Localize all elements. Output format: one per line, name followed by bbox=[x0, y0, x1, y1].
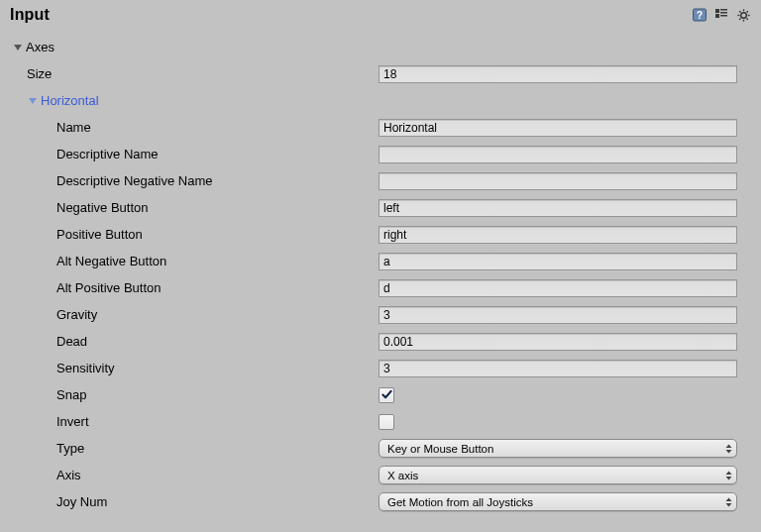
field-row-neg-button: Negative Button bbox=[0, 194, 761, 221]
foldout-icon-axes[interactable] bbox=[12, 42, 24, 53]
svg-rect-2 bbox=[715, 9, 719, 13]
svg-line-12 bbox=[739, 11, 740, 12]
field-row-axis: Axis X axis bbox=[0, 462, 761, 488]
alt-neg-button-input[interactable] bbox=[379, 253, 737, 270]
field-row-desc-neg-name: Descriptive Negative Name bbox=[0, 167, 761, 194]
pos-button-input[interactable] bbox=[379, 226, 737, 244]
axis-entry-title: Horizontal bbox=[41, 93, 99, 108]
neg-button-label: Negative Button bbox=[56, 200, 149, 215]
axes-foldout-row[interactable]: Axes bbox=[0, 34, 761, 60]
desc-name-input[interactable] bbox=[379, 146, 737, 163]
alt-pos-button-input[interactable] bbox=[379, 279, 737, 297]
field-row-desc-name: Descriptive Name bbox=[0, 141, 761, 167]
field-row-pos-button: Positive Button bbox=[0, 221, 761, 248]
type-dropdown-value: Key or Mouse Button bbox=[387, 443, 493, 455]
axis-dropdown[interactable]: X axis bbox=[379, 466, 737, 484]
gravity-label: Gravity bbox=[56, 307, 97, 322]
desc-name-label: Descriptive Name bbox=[56, 147, 159, 161]
field-row-invert: Invert bbox=[0, 408, 761, 435]
panel-header: Input ? bbox=[0, 0, 761, 34]
type-label: Type bbox=[56, 441, 84, 456]
axis-entry-foldout-row[interactable]: Horizontal bbox=[0, 87, 761, 114]
alt-neg-button-label: Alt Negative Button bbox=[56, 254, 166, 268]
field-row-alt-pos-button: Alt Positive Button bbox=[0, 274, 761, 301]
neg-button-input[interactable] bbox=[379, 199, 737, 217]
gear-icon[interactable] bbox=[735, 7, 751, 23]
field-row-type: Type Key or Mouse Button bbox=[0, 435, 761, 462]
field-row-snap: Snap bbox=[0, 381, 761, 408]
size-label: Size bbox=[27, 66, 52, 81]
help-icon[interactable]: ? bbox=[692, 7, 707, 23]
name-input[interactable] bbox=[379, 119, 737, 137]
panel-header-icons: ? bbox=[692, 7, 751, 23]
dead-input[interactable] bbox=[379, 333, 737, 351]
axes-size-row: Size bbox=[0, 60, 761, 87]
svg-line-14 bbox=[746, 11, 747, 12]
chevron-updown-icon bbox=[724, 471, 732, 480]
invert-checkbox[interactable] bbox=[379, 414, 394, 430]
name-label: Name bbox=[56, 120, 91, 135]
field-row-alt-neg-button: Alt Negative Button bbox=[0, 248, 761, 274]
axis-label: Axis bbox=[56, 468, 81, 482]
field-row-name: Name bbox=[0, 114, 761, 141]
chevron-updown-icon bbox=[724, 444, 732, 454]
svg-rect-5 bbox=[720, 12, 727, 14]
svg-point-7 bbox=[740, 12, 746, 18]
inspector-panel: Input ? Axes Size bbox=[0, 0, 761, 532]
field-row-joy-num: Joy Num Get Motion from all Joysticks bbox=[0, 488, 761, 515]
sensitivity-label: Sensitivity bbox=[56, 361, 115, 375]
type-dropdown[interactable]: Key or Mouse Button bbox=[379, 439, 737, 458]
foldout-icon-horizontal[interactable] bbox=[27, 95, 39, 107]
field-row-sensitivity: Sensitivity bbox=[0, 355, 761, 381]
joy-num-label: Joy Num bbox=[56, 494, 107, 509]
svg-rect-4 bbox=[720, 9, 727, 11]
size-input[interactable] bbox=[379, 65, 737, 83]
joy-num-dropdown-value: Get Motion from all Joysticks bbox=[387, 496, 533, 508]
desc-neg-name-label: Descriptive Negative Name bbox=[56, 173, 213, 188]
snap-checkbox[interactable] bbox=[379, 387, 394, 403]
alt-pos-button-label: Alt Positive Button bbox=[56, 280, 162, 295]
chevron-updown-icon bbox=[724, 497, 732, 507]
field-row-dead: Dead bbox=[0, 328, 761, 355]
joy-num-dropdown[interactable]: Get Motion from all Joysticks bbox=[379, 492, 737, 511]
svg-text:?: ? bbox=[697, 10, 703, 21]
preset-icon[interactable] bbox=[713, 7, 729, 23]
panel-title: Input bbox=[10, 6, 50, 24]
field-row-gravity: Gravity bbox=[0, 301, 761, 328]
svg-line-13 bbox=[746, 18, 747, 19]
desc-neg-name-input[interactable] bbox=[379, 172, 737, 190]
dead-label: Dead bbox=[56, 334, 87, 349]
gravity-input[interactable] bbox=[379, 306, 737, 324]
axes-label: Axes bbox=[26, 40, 54, 54]
svg-rect-3 bbox=[715, 14, 719, 18]
axis-dropdown-value: X axis bbox=[387, 470, 418, 481]
pos-button-label: Positive Button bbox=[56, 227, 143, 242]
snap-label: Snap bbox=[56, 387, 86, 402]
svg-line-15 bbox=[739, 18, 740, 19]
svg-rect-6 bbox=[720, 15, 727, 17]
invert-label: Invert bbox=[56, 414, 89, 429]
sensitivity-input[interactable] bbox=[379, 360, 737, 377]
